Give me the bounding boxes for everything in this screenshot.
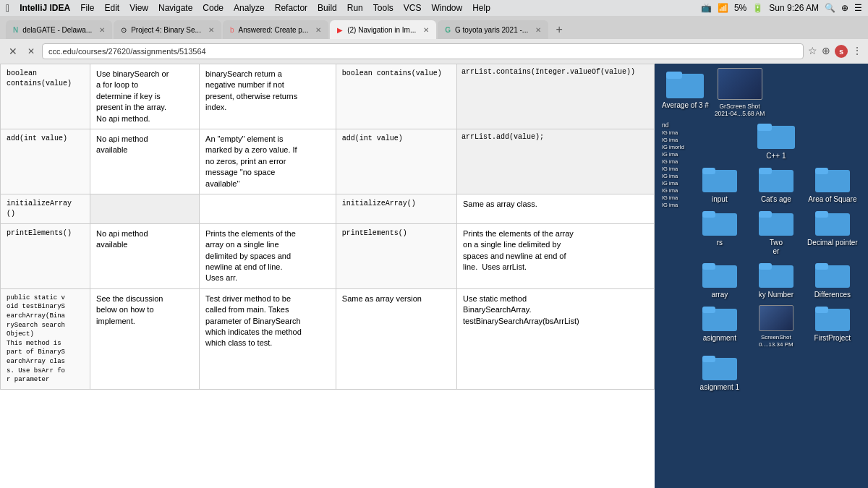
desktop-item-asignment1[interactable]: asignment 1 [694,354,745,392]
url-text: ccc.edu/courses/27620/assignments/513564 [48,47,206,56]
bookmark-icon[interactable]: ☆ [808,45,817,58]
desktop-item-decimal[interactable]: Decimal pointer [807,210,858,256]
desktop-item-kynumber[interactable]: ky Number [751,262,801,299]
profile-icon[interactable]: s [835,45,848,58]
back-button[interactable]: ✕ [6,44,20,59]
menubar-refactor[interactable]: Refactor [275,3,307,13]
tab-icon-delagate: N [13,26,18,34]
tab-add-button[interactable]: + [550,20,569,39]
prev-button[interactable]: ✕ [25,45,38,58]
menubar-run[interactable]: Run [347,3,363,13]
menubar-view[interactable]: View [129,3,148,13]
svg-rect-21 [815,263,828,270]
impl-desc-print: Prints the elements of thearray on a sin… [200,223,336,288]
desktop-item-asignment[interactable]: asignment [694,305,745,348]
menubar-vcs[interactable]: VCS [404,3,422,13]
tab-label-toyota: G toyota yaris 2021 -... [455,26,528,34]
menubar-build[interactable]: Build [318,3,337,13]
menubar-analyze[interactable]: Analyze [234,3,265,13]
desktop-item-two[interactable]: Twoer [751,210,801,256]
menubar-edit[interactable]: Edit [104,3,119,13]
desktop-label-grscreen: GrScreen Shot2021-04...5.68 AM [715,103,765,117]
array-desc-contains: Use binarySearch ora for loop todetermin… [90,64,200,129]
battery-icon: 🔋 [752,3,763,13]
desktop-item-screenshot2[interactable]: ScreenShot0....13.34 PM [751,305,801,348]
main-area: booleancontains(value) Use binarySearch … [0,64,868,488]
desktop-item-differences[interactable]: Differences [807,262,858,299]
folder-label-ig1: IG ima [662,129,684,136]
tab-close-project4[interactable]: ✕ [208,26,214,34]
menubar-file[interactable]: File [80,3,94,13]
wifi-icon: 📶 [718,3,728,13]
tab-bar: N delaGATE - Delawa... ✕ ⊙ Project 4: Bi… [0,16,868,39]
arrlist-test: Use static methodBinarySearchArray.testB… [457,288,655,389]
search-icon[interactable]: 🔍 [825,3,835,13]
tab-navigation[interactable]: ▶ (2) Navigation in Im... ✕ [330,20,436,39]
desktop-label-kynumber: ky Number [759,291,793,299]
menubar-window[interactable]: Window [432,3,463,13]
array-desc-init [90,194,200,223]
menubar-code[interactable]: Code [203,3,224,13]
tab-delagate[interactable]: N delaGATE - Delawa... ✕ [6,20,112,39]
control-center-icon[interactable]: ☰ [854,3,862,13]
folder-icon-asignment [702,305,737,331]
menu-icon[interactable]: ⋮ [852,45,862,58]
impl-desc-init [200,194,336,223]
desktop-item-catsage[interactable]: Cat's age [751,166,801,204]
tab-close-navigation[interactable]: ✕ [423,26,429,34]
desktop-label-screenshot2: ScreenShot0....13.34 PM [759,334,793,348]
pin-icon[interactable]: ⊕ [822,45,830,58]
folder-icon-input [702,166,737,192]
menubar-help[interactable]: Help [472,3,490,13]
address-bar: ✕ ✕ ccc.edu/courses/27620/assignments/51… [0,39,868,64]
desktop-item-input[interactable]: input [694,166,745,204]
desktop-label-areasquare: Area of Square [808,195,856,204]
folder-icon-decimal [815,210,850,236]
webpage-content: booleancontains(value) Use binarySearch … [0,64,655,488]
siri-icon[interactable]: ⊕ [841,3,848,13]
signature-print: printElements() [336,223,456,288]
svg-rect-9 [815,168,828,174]
menubar-right: 📺 📶 5% 🔋 Sun 9:26 AM 🔍 ⊕ ☰ [701,3,862,13]
table-row: public static void testBinarySearchArray… [1,288,655,389]
desktop-item-rs[interactable]: rs [694,210,745,256]
svg-rect-13 [759,211,772,218]
method-name-contains: booleancontains(value) [1,64,90,129]
desktop-item-cpp[interactable]: C++ 1 [694,121,858,160]
screenshot-thumb-gr [718,68,762,100]
desktop-label-two: Twoer [770,239,783,256]
tab-close-answered[interactable]: ✕ [315,26,321,34]
svg-rect-23 [702,307,715,313]
signature-test: Same as array version [336,288,456,389]
tab-icon-navigation: ▶ [337,26,343,34]
apple-menu[interactable]:  [6,2,9,14]
folder-icon-kynumber [759,262,793,288]
time-display: Sun 9:26 AM [769,3,819,13]
menubar-navigate[interactable]: Navigate [158,3,192,13]
desktop-label-rs: rs [717,239,723,247]
menubar-tools[interactable]: Tools [373,3,393,13]
tab-close-delagate[interactable]: ✕ [99,26,105,34]
tab-icon-project4: ⊙ [121,26,127,34]
table-row: add(int value) No api methodavailable An… [1,129,655,194]
tab-label-project4: Project 4: Binary Se... [131,26,201,34]
desktop-item-firstproject[interactable]: FirstProject [807,305,858,348]
url-input[interactable]: ccc.edu/courses/27620/assignments/513564 [42,43,804,59]
menubar-app[interactable]: IntelliJ IDEA [20,3,70,13]
desktop-label-input: input [712,195,728,204]
desktop-label-differences: Differences [814,291,851,299]
desktop-item-grscreen[interactable]: GrScreen Shot2021-04...5.68 AM [715,68,765,117]
desktop-item-areasquare[interactable]: Area of Square [807,166,858,204]
tab-project4[interactable]: ⊙ Project 4: Binary Se... ✕ [114,20,221,39]
folder-label-ig2: IG ima [662,137,684,143]
svg-rect-19 [759,263,772,270]
signature-contains: boolean contains(value) [336,64,456,129]
screen-icon: 📺 [701,3,712,13]
tab-answered[interactable]: b Answered: Create p... ✕ [223,20,328,39]
tab-icon-toyota: G [445,26,451,34]
tab-toyota[interactable]: G G toyota yaris 2021 -... ✕ [438,20,548,39]
tab-close-toyota[interactable]: ✕ [535,26,541,34]
folder-icon-rs [702,210,737,236]
desktop-item-array[interactable]: array [694,262,745,299]
desktop-item-average[interactable]: Average of 3 # [662,68,709,110]
